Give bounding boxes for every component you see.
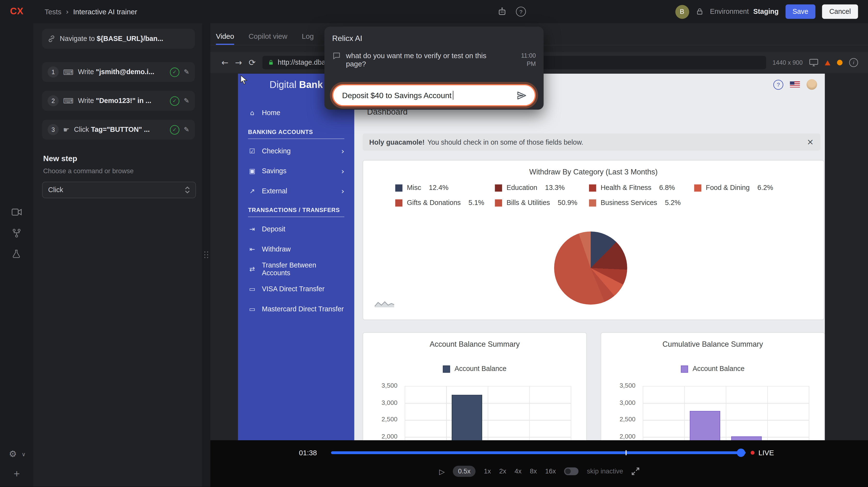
user-avatar[interactable]: B (675, 5, 689, 19)
legend-item[interactable]: Gifts & Donations5.1% (395, 199, 495, 207)
step-target: ${BASE_URL}/ban... (97, 35, 163, 43)
alert-close-icon[interactable]: × (807, 138, 814, 146)
bank-user-avatar[interactable] (806, 79, 817, 90)
flow-icon[interactable] (11, 228, 22, 238)
forward-icon[interactable]: → (235, 58, 242, 67)
legend-label: Gifts & Donations (407, 199, 461, 207)
breadcrumb-tests[interactable]: Tests (44, 7, 61, 16)
url-text: http://stage.dba (278, 59, 326, 66)
record-indicator-icon[interactable] (837, 60, 843, 65)
bank-nav-withdraw[interactable]: ⇤ Withdraw (238, 239, 354, 259)
legend-swatch (395, 184, 403, 191)
legend-swatch (395, 199, 403, 207)
settings-gear-icon[interactable]: ⚙ (9, 450, 17, 459)
speed-4x[interactable]: 4x (515, 467, 521, 475)
refresh-icon[interactable]: ⟳ (249, 58, 256, 67)
step-row-3[interactable]: 3 ☛ Click Tag="BUTTON" ... ✓ ✎ (42, 120, 195, 140)
info-icon[interactable]: i (849, 58, 858, 67)
nav-label: Mastercard Direct Transfer (262, 305, 344, 313)
legend-item[interactable]: Misc12.4% (395, 184, 495, 192)
bank-section-accounts: BANKING ACCOUNTS (248, 128, 344, 139)
legend-item[interactable]: Education13.3% (495, 184, 589, 192)
speed-2x[interactable]: 2x (499, 467, 506, 475)
bank-help-icon[interactable]: ? (773, 80, 783, 89)
progress-bar[interactable] (331, 451, 746, 454)
resolution-label: 1440 x 900 (773, 59, 803, 66)
nav-label: Checking (262, 147, 290, 155)
step-action: Write (78, 97, 94, 105)
step-row-1[interactable]: 1 ⌨ Write "jsmith@demo.i... ✓ ✎ (42, 62, 195, 82)
bar-chart-title: Cumulative Balance Summary (601, 340, 824, 348)
bank-nav-transfer-between[interactable]: ⇄ Transfer Between Accounts (238, 259, 354, 279)
legend-item[interactable]: Business Services5.2% (589, 199, 694, 207)
withdraw-icon: ⇤ (248, 246, 256, 252)
monitor-icon[interactable] (809, 59, 818, 66)
bar-chart-plot (405, 386, 571, 440)
bar-cumulative-2[interactable] (731, 436, 762, 440)
step-action: Navigate to (60, 35, 95, 43)
nav-label: Home (262, 109, 280, 117)
step-row-2[interactable]: 2 ⌨ Write "Demo123!" in ... ✓ ✎ (42, 91, 195, 111)
bar-account-balance[interactable] (452, 395, 482, 440)
bank-nav-checking[interactable]: ☑ Checking › (238, 141, 354, 161)
play-icon[interactable]: ▷ (439, 467, 445, 475)
legend-item[interactable]: Food & Dining6.2% (694, 184, 812, 192)
bank-nav-savings[interactable]: ▣ Savings › (238, 161, 354, 181)
legend-value: 6.8% (659, 184, 675, 192)
speed-8x[interactable]: 8x (530, 467, 537, 475)
legend-item[interactable]: Health & Fitness6.8% (589, 184, 694, 192)
progress-handle[interactable] (737, 449, 745, 457)
legend-swatch (443, 365, 450, 372)
flask-icon[interactable] (11, 249, 21, 258)
step-navigate[interactable]: Navigate to ${BASE_URL}/ban... (42, 29, 195, 49)
legend-item[interactable]: Bills & Utilities50.9% (495, 199, 589, 207)
environment-value[interactable]: Staging (753, 8, 779, 16)
speed-1x[interactable]: 1x (484, 467, 491, 475)
bank-nav-visa-transfer[interactable]: ▭ VISA Direct Transfer (238, 279, 354, 299)
tab-log[interactable]: Log (302, 28, 314, 45)
y-tick: 2,500 (601, 416, 636, 423)
speed-0-5x[interactable]: 0.5x (453, 466, 476, 477)
speed-16x[interactable]: 16x (545, 467, 556, 475)
tab-video[interactable]: Video (216, 28, 234, 45)
help-icon[interactable]: ? (516, 6, 526, 17)
robot-icon[interactable] (497, 6, 507, 17)
brand-digital: Digital (270, 79, 297, 90)
fullscreen-icon[interactable] (631, 467, 639, 475)
chevron-down-icon[interactable]: ∨ (22, 452, 26, 457)
session-viewport: Digital Bank ⌂ Home BANKING ACCOUNTS ☑ C… (238, 74, 825, 440)
add-icon[interactable]: + (13, 469, 20, 478)
home-icon: ⌂ (248, 110, 256, 116)
tab-copilot-view[interactable]: Copilot view (248, 28, 287, 45)
bank-nav-external[interactable]: ↗ External › (238, 181, 354, 201)
legend-swatch (495, 199, 502, 207)
command-select[interactable]: Click (42, 182, 196, 199)
skip-inactive-toggle[interactable] (564, 467, 579, 475)
us-flag-icon[interactable] (790, 82, 800, 88)
text-caret (453, 91, 454, 100)
breadcrumb-separator-icon: › (66, 8, 69, 15)
timestamp-time: 11:00 (521, 52, 536, 59)
edit-step-icon[interactable]: ✎ (184, 68, 189, 75)
edit-step-icon[interactable]: ✎ (184, 97, 189, 104)
back-icon[interactable]: ← (221, 58, 228, 67)
legend-swatch (589, 199, 596, 207)
video-camera-icon[interactable] (11, 208, 22, 217)
left-rail: ⚙ ∨ + (0, 23, 33, 487)
bank-nav-mastercard-transfer[interactable]: ▭ Mastercard Direct Transfer (238, 299, 354, 319)
panel-resize-handle[interactable] (202, 23, 210, 487)
ai-prompt-input[interactable]: Deposit $40 to Savings Account (332, 84, 536, 106)
bar-legend[interactable]: Account Balance (601, 365, 824, 373)
sparkline-icon (374, 299, 395, 308)
legend-label: Account Balance (455, 365, 506, 373)
edit-step-icon[interactable]: ✎ (184, 126, 189, 133)
warning-triangle-icon[interactable] (825, 60, 831, 65)
cancel-button[interactable]: Cancel (822, 4, 858, 19)
app-root: CX Tests › Interactive AI trainer ? B En… (0, 0, 868, 487)
bar-legend[interactable]: Account Balance (363, 365, 586, 373)
save-button[interactable]: Save (785, 4, 815, 19)
send-icon[interactable] (517, 90, 527, 100)
bar-cumulative-1[interactable] (690, 411, 720, 440)
bank-nav-deposit[interactable]: ⇥ Deposit (238, 219, 354, 239)
secure-lock-icon (268, 59, 274, 66)
